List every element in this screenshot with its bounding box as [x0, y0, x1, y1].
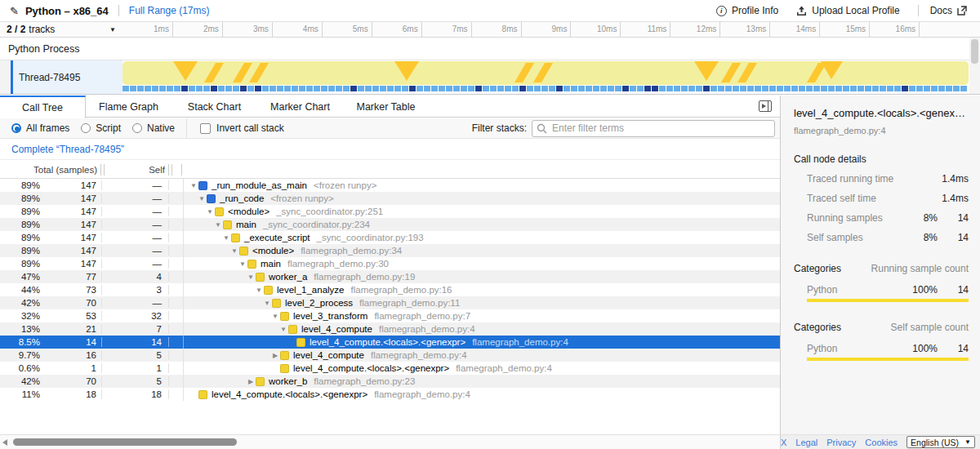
function-name: worker_a — [269, 272, 307, 282]
sample-cluster-dense — [652, 86, 658, 91]
twisty-down-icon[interactable]: ▼ — [221, 234, 231, 242]
twisty-down-icon[interactable]: ▼ — [262, 300, 272, 307]
sample-cluster-dense — [519, 86, 526, 91]
thread-track-label[interactable]: Thread-78495 — [13, 60, 122, 94]
sample-cluster — [733, 86, 739, 91]
calltree-row[interactable]: 42%705▶worker_bflamegraph_demo.py:23 — [0, 375, 780, 388]
tab-call-tree[interactable]: Call Tree — [0, 96, 86, 118]
sample-cluster — [490, 86, 497, 91]
tab-stack-chart[interactable]: Stack Chart — [172, 96, 257, 118]
tree-cell: ▼<module>flamegraph_demo.py:34 — [184, 244, 780, 257]
sample-cluster — [497, 86, 504, 91]
cell-self: 3 — [102, 285, 169, 295]
twisty-down-icon[interactable]: ▼ — [238, 260, 247, 268]
radio-script-label[interactable]: Script — [96, 122, 121, 134]
sample-cluster — [416, 86, 423, 91]
radio-native[interactable] — [132, 123, 142, 133]
calltree-row[interactable]: 89%147—▼main_sync_coordinator.py:234 — [0, 218, 780, 231]
edit-profile-name-icon[interactable]: ✎ — [10, 5, 19, 17]
docs-button[interactable]: Docs — [930, 5, 972, 16]
invert-call-stack-label[interactable]: Invert call stack — [216, 122, 284, 134]
twisty-down-icon[interactable]: ▼ — [254, 287, 264, 294]
sample-cluster — [880, 86, 886, 91]
calltree-row[interactable]: 8.5%1414level_4_compute.<locals>.<genexp… — [0, 336, 780, 349]
ruler-tick — [670, 22, 670, 37]
calltree-row[interactable]: 44%733▼level_1_analyzeflamegraph_demo.py… — [0, 283, 780, 296]
sample-cluster — [637, 86, 644, 91]
calltree-row[interactable]: 89%147—▼mainflamegraph_demo.py:30 — [0, 257, 780, 270]
twisty-down-icon[interactable]: ▼ — [197, 195, 207, 202]
twisty-right-icon[interactable]: ▶ — [246, 378, 256, 385]
calltree-row[interactable]: 89%147—▼_execute_script_sync_coordinator… — [0, 231, 780, 244]
invert-call-stack-checkbox[interactable] — [200, 123, 211, 134]
cell-pct: 42% — [0, 298, 45, 308]
twisty-down-icon[interactable]: ▼ — [270, 313, 280, 320]
calltree-row[interactable]: 89%147—▼_run_code<frozen runpy> — [0, 192, 780, 205]
calltree-row[interactable]: 89%147—▼<module>_sync_coordinator.py:251 — [0, 205, 780, 218]
sample-cluster — [505, 86, 511, 91]
twisty-down-icon[interactable]: ▼ — [213, 221, 223, 229]
tracks-scrollbar[interactable] — [969, 38, 980, 94]
column-header-self[interactable]: Self — [105, 165, 165, 175]
function-file: flamegraph_demo.py:4 — [374, 389, 470, 399]
calltree-row[interactable]: 13%217▼level_4_computeflamegraph_demo.py… — [0, 322, 780, 336]
scroll-left-arrow[interactable] — [2, 439, 7, 446]
sample-cluster — [564, 86, 570, 91]
footer-link-x[interactable]: X — [781, 438, 786, 447]
calltree-row[interactable]: 32%5332▼level_3_transformflamegraph_demo… — [0, 309, 780, 322]
calltree-row[interactable]: 89%147—▼<module>flamegraph_demo.py:34 — [0, 244, 780, 257]
calltree-row[interactable]: 42%70—▼level_2_processflamegraph_demo.py… — [0, 296, 780, 309]
sample-cluster — [328, 86, 335, 91]
category-yellow-icon — [247, 260, 256, 269]
twisty-down-icon[interactable]: ▼ — [229, 247, 239, 255]
tab-marker-table[interactable]: Marker Table — [343, 96, 429, 118]
calltree-row[interactable]: 47%774▼worker_aflamegraph_demo.py:19 — [0, 270, 780, 283]
thread-activity-graph[interactable] — [122, 60, 969, 94]
breadcrumb-row: Complete “Thread-78495” — [0, 140, 780, 160]
tab-marker-chart[interactable]: Marker Chart — [257, 96, 343, 118]
profile-info-button[interactable]: i Profile Info — [716, 5, 778, 16]
radio-native-label[interactable]: Native — [147, 122, 175, 134]
sample-cluster-dense — [556, 86, 563, 91]
upload-profile-button[interactable]: Upload Local Profile — [796, 5, 899, 16]
sample-density-strip — [122, 86, 969, 91]
categories-self-header: Categories Self sample count — [794, 322, 969, 333]
twisty-down-icon[interactable]: ▼ — [189, 182, 198, 189]
footer-link-cookies[interactable]: Cookies — [865, 438, 898, 447]
footer-link-legal[interactable]: Legal — [795, 438, 817, 447]
sample-cluster — [196, 86, 203, 91]
column-header-total[interactable]: Total (samples) — [0, 165, 97, 175]
tab-flame-graph[interactable]: Flame Graph — [86, 96, 172, 118]
radio-script[interactable] — [81, 123, 91, 133]
twisty-down-icon[interactable]: ▼ — [246, 273, 256, 281]
calltree-row[interactable]: 11%1818level_4_compute.<locals>.<genexpr… — [0, 388, 780, 401]
sample-cluster-dense — [240, 86, 247, 91]
filter-stacks-input[interactable] — [532, 120, 775, 137]
cell-pct: 44% — [0, 285, 45, 295]
sample-cluster — [865, 86, 871, 91]
calltree-row[interactable]: 0.6%11level_4_compute.<locals>.<genexpr>… — [0, 362, 780, 375]
sidebar-toggle-button[interactable] — [759, 100, 772, 112]
breadcrumb[interactable]: Complete “Thread-78495” — [11, 144, 124, 155]
twisty-right-icon[interactable]: ▶ — [270, 352, 280, 359]
category-yellow-icon — [239, 247, 248, 256]
tracks-dropdown[interactable]: 2 / 2 tracks ▼ — [0, 22, 122, 37]
radio-all-frames[interactable] — [11, 123, 21, 133]
language-select[interactable]: English (US) ▼ — [906, 436, 975, 448]
cell-total: 147 — [45, 180, 102, 190]
twisty-down-icon[interactable]: ▼ — [278, 326, 288, 333]
tracks-scrollbar-thumb[interactable] — [971, 39, 978, 64]
sample-cluster — [762, 86, 768, 91]
column-resize-handle[interactable] — [168, 164, 172, 176]
footer-link-privacy[interactable]: Privacy — [826, 438, 856, 447]
calltree-row[interactable]: 9.7%165▶level_4_computeflamegraph_demo.p… — [0, 349, 780, 362]
horizontal-scrollbar-thumb[interactable] — [13, 438, 237, 446]
calltree-row[interactable]: 89%147—▼_run_module_as_main<frozen runpy… — [0, 179, 780, 192]
cell-pct: 13% — [0, 324, 45, 334]
full-range-link[interactable]: Full Range (17ms) — [129, 5, 210, 16]
external-link-icon — [957, 6, 967, 16]
radio-all-frames-label[interactable]: All frames — [26, 122, 69, 134]
track-python-process[interactable]: Python Process — [0, 38, 980, 60]
filter-stacks-label: Filter stacks: — [472, 122, 527, 134]
twisty-down-icon[interactable]: ▼ — [205, 208, 215, 216]
